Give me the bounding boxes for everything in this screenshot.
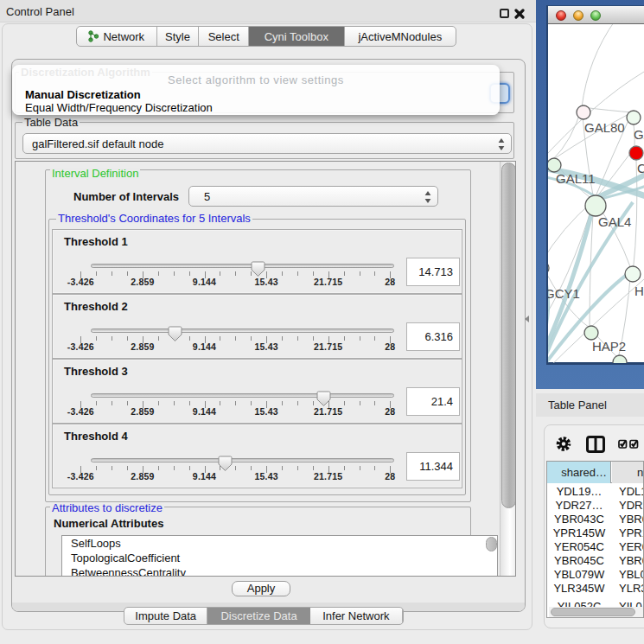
svg-text:HAP2: HAP2 xyxy=(592,339,626,354)
svg-text:GA: GA xyxy=(634,127,644,142)
svg-text:GAL4: GAL4 xyxy=(598,214,631,229)
svg-text:H: H xyxy=(634,284,644,298)
svg-text:GAL11: GAL11 xyxy=(556,171,596,186)
svg-text:GAL80: GAL80 xyxy=(584,120,625,135)
svg-text:GCY1: GCY1 xyxy=(548,286,580,301)
svg-text:C: C xyxy=(637,161,644,175)
